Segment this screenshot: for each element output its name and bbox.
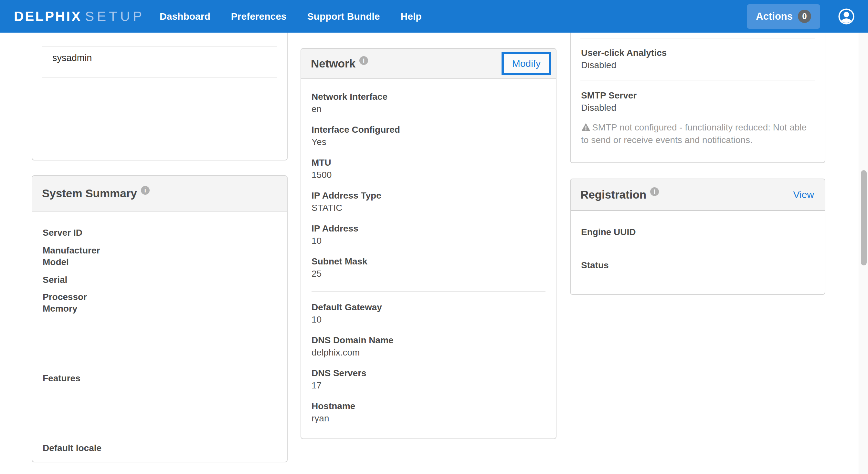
actions-button[interactable]: Actions 0: [747, 4, 820, 29]
field-ip-address-type: IP Address Type STATIC: [312, 190, 546, 214]
field-default-gateway: Default Gateway 10: [312, 301, 546, 326]
field-label-features: Features: [43, 372, 81, 384]
smtp-warning-message: SMTP not configured - functionality redu…: [581, 122, 816, 146]
actions-count-badge: 0: [798, 10, 811, 23]
nav-item-dashboard[interactable]: Dashboard: [160, 11, 210, 22]
network-card: Network i Modify Network Interface en In…: [301, 48, 556, 439]
field-label-model: Model: [43, 256, 69, 268]
registration-view-link[interactable]: View: [793, 189, 814, 200]
field-label-manufacturer: Manufacturer: [43, 244, 100, 257]
vertical-scrollbar-track[interactable]: [859, 33, 868, 474]
nav-item-support-bundle[interactable]: Support Bundle: [307, 11, 380, 22]
modify-network-button[interactable]: Modify: [501, 52, 551, 75]
registration-title: Registration: [580, 188, 646, 201]
brand-name: DELPHIX: [14, 9, 82, 24]
field-dns-servers: DNS Servers 17: [312, 367, 546, 392]
users-card: sysadmin: [32, 33, 288, 161]
field-label-server-id: Server ID: [43, 227, 83, 239]
divider: [42, 46, 277, 46]
field-ip-address: IP Address 10: [312, 223, 546, 247]
field-network-interface: Network Interface en: [312, 91, 546, 115]
field-label-default-locale: Default locale: [43, 442, 101, 454]
system-summary-card: System Summary i Server ID Manufacturer …: [32, 175, 288, 462]
brand-product: SETUP: [85, 9, 145, 24]
nav-item-help[interactable]: Help: [401, 11, 422, 22]
nav-links: Dashboard Preferences Support Bundle Hel…: [160, 11, 422, 22]
info-icon[interactable]: i: [141, 186, 150, 195]
system-summary-body: Server ID Manufacturer Model Serial Proc…: [32, 211, 287, 462]
navbar-right: Actions 0: [747, 4, 868, 29]
field-user-click-analytics: User-click Analytics Disabled: [581, 47, 667, 71]
field-hostname: Hostname ryan: [312, 400, 546, 425]
registration-card: Registration i View Engine UUID Status: [570, 178, 825, 295]
top-navbar: DELPHIX SETUP Dashboard Preferences Supp…: [0, 0, 868, 33]
divider: [312, 291, 546, 292]
field-label-processor: Processor: [43, 291, 87, 303]
registration-body: Engine UUID Status: [571, 211, 825, 294]
field-label-engine-uuid: Engine UUID: [581, 226, 636, 238]
field-label-status: Status: [581, 259, 609, 272]
app-root: DELPHIX SETUP Dashboard Preferences Supp…: [0, 0, 868, 474]
divider: [42, 77, 277, 77]
field-label-memory: Memory: [43, 303, 77, 315]
system-summary-header: System Summary i: [32, 176, 287, 211]
info-icon[interactable]: i: [359, 56, 368, 65]
field-dns-domain-name: DNS Domain Name delphix.com: [312, 334, 546, 359]
field-mtu: MTU 1500: [312, 157, 546, 181]
network-body: Network Interface en Interface Configure…: [301, 79, 556, 425]
list-item-sysadmin[interactable]: sysadmin: [52, 53, 92, 63]
field-subnet-mask: Subnet Mask 25: [312, 256, 546, 280]
actions-button-label: Actions: [756, 11, 793, 22]
network-title: Network: [311, 57, 355, 70]
field-interface-configured: Interface Configured Yes: [312, 124, 546, 148]
warning-icon: [581, 123, 591, 134]
divider: [580, 38, 815, 38]
status-card: User-click Analytics Disabled SMTP Serve…: [570, 33, 825, 163]
field-label-serial: Serial: [43, 274, 67, 286]
delphix-setup-logo: DELPHIX SETUP: [14, 9, 145, 24]
vertical-scrollbar-thumb[interactable]: [861, 170, 867, 265]
network-header: Network i Modify: [301, 49, 556, 79]
field-smtp-server: SMTP Server Disabled: [581, 90, 637, 114]
smtp-warning-text: SMTP not configured - functionality redu…: [581, 123, 807, 145]
divider: [580, 80, 815, 80]
info-icon[interactable]: i: [650, 187, 659, 196]
nav-item-preferences[interactable]: Preferences: [231, 11, 287, 22]
registration-header: Registration i View: [571, 179, 825, 211]
system-summary-title: System Summary: [42, 187, 137, 200]
dashboard-content: sysadmin System Summary i Server ID Manu…: [0, 33, 868, 474]
user-avatar-icon[interactable]: [838, 8, 855, 25]
